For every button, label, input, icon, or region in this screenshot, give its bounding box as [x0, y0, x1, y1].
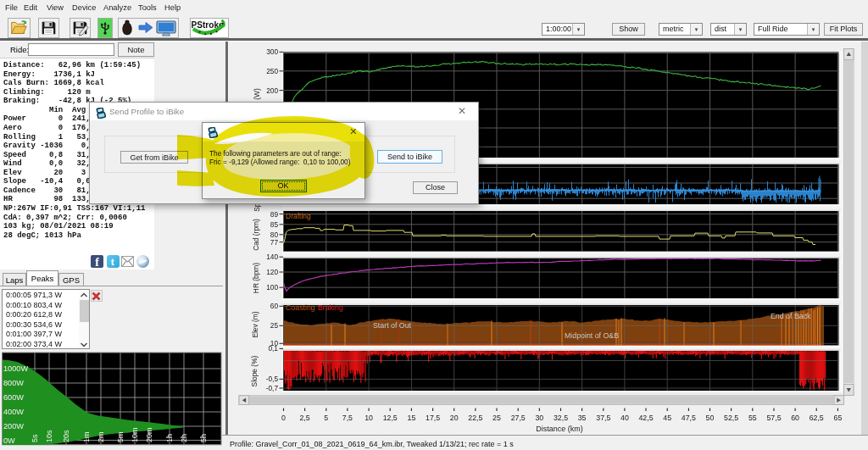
- svg-text:140: 140: [266, 253, 278, 261]
- svg-text:Coasting: Coasting: [286, 303, 315, 312]
- svg-text:25: 25: [492, 414, 501, 422]
- svg-text:52,5: 52,5: [724, 414, 738, 422]
- svg-text:5h: 5h: [199, 434, 208, 442]
- svg-text:-0,5: -0,5: [266, 375, 279, 383]
- svg-text:25: 25: [270, 321, 279, 330]
- svg-text:15: 15: [408, 414, 416, 422]
- svg-text:400W: 400W: [3, 408, 24, 416]
- svg-text:89: 89: [270, 210, 279, 219]
- svg-text:HR (bpm): HR (bpm): [252, 263, 260, 294]
- svg-text:5: 5: [324, 414, 328, 422]
- svg-text:5m: 5m: [116, 431, 125, 442]
- svg-text:45: 45: [663, 414, 671, 422]
- svg-text:Elev (m): Elev (m): [251, 311, 259, 337]
- svg-text:77: 77: [270, 238, 279, 247]
- svg-text:Cad (rpm): Cad (rpm): [252, 219, 260, 251]
- svg-text:27,5: 27,5: [511, 414, 526, 422]
- svg-text:1m: 1m: [82, 431, 91, 442]
- svg-text:60: 60: [270, 302, 279, 310]
- svg-text:30: 30: [535, 414, 543, 422]
- svg-text:57,5: 57,5: [766, 414, 781, 422]
- svg-text:50: 50: [706, 414, 715, 422]
- svg-text:Slope (%): Slope (%): [250, 355, 259, 386]
- svg-text:600W: 600W: [3, 393, 24, 402]
- svg-text:1h: 1h: [165, 434, 174, 442]
- svg-text:0W: 0W: [3, 436, 15, 445]
- svg-text:Midpoint of O&B: Midpoint of O&B: [565, 331, 619, 340]
- svg-text:47,5: 47,5: [682, 414, 696, 422]
- svg-text:200: 200: [266, 86, 278, 95]
- svg-text:1000W: 1000W: [3, 364, 28, 373]
- svg-text:17,5: 17,5: [426, 414, 440, 422]
- svg-text:65: 65: [834, 414, 843, 422]
- svg-text:42,5: 42,5: [638, 414, 653, 422]
- svg-text:85: 85: [270, 220, 279, 229]
- svg-text:60: 60: [791, 414, 799, 422]
- svg-text:Braking: Braking: [318, 303, 343, 312]
- svg-text:20m: 20m: [145, 427, 153, 442]
- svg-text:Drafting: Drafting: [286, 212, 311, 220]
- svg-text:2h: 2h: [180, 434, 188, 442]
- svg-text:800W: 800W: [3, 379, 24, 387]
- svg-text:End of Back: End of Back: [771, 312, 811, 320]
- svg-text:12,5: 12,5: [383, 414, 398, 422]
- svg-text:Start of Out: Start of Out: [373, 321, 412, 330]
- svg-text:100: 100: [266, 283, 278, 292]
- svg-text:10m: 10m: [131, 427, 139, 442]
- svg-text:37,5: 37,5: [596, 414, 610, 422]
- svg-text:10: 10: [364, 414, 373, 422]
- svg-text:300: 300: [266, 47, 278, 56]
- svg-text:2m: 2m: [97, 431, 105, 442]
- svg-text:120: 120: [266, 268, 278, 276]
- svg-text:40: 40: [620, 414, 629, 422]
- svg-text:20s: 20s: [62, 430, 70, 442]
- svg-text:32,5: 32,5: [554, 414, 568, 422]
- svg-text:250: 250: [266, 67, 278, 75]
- svg-text:0,1: 0,1: [268, 344, 278, 353]
- svg-text:7,5: 7,5: [342, 414, 353, 422]
- svg-text:35: 35: [578, 414, 587, 422]
- svg-text:62,5: 62,5: [810, 414, 824, 422]
- svg-text:5s: 5s: [31, 434, 39, 442]
- svg-text:-0,7: -0,7: [266, 384, 279, 392]
- svg-text:55: 55: [748, 414, 757, 422]
- svg-text:22,5: 22,5: [468, 414, 482, 422]
- svg-text:20: 20: [450, 414, 459, 422]
- svg-text:0: 0: [281, 414, 286, 422]
- svg-text:200W: 200W: [3, 422, 24, 431]
- svg-text:Distance (km): Distance (km): [536, 425, 583, 433]
- svg-text:2,5: 2,5: [299, 414, 309, 422]
- svg-text:10s: 10s: [45, 430, 53, 442]
